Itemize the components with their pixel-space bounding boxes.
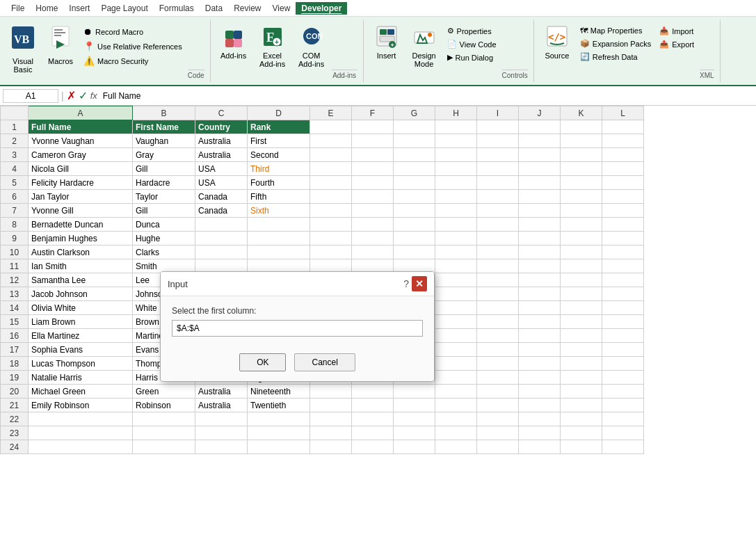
dialog-overlay: Input ? ✕ Select the first column: OK Ca… <box>0 0 756 549</box>
dialog-title: Input <box>168 279 188 289</box>
dialog-controls: ? ✕ <box>403 276 427 291</box>
dialog-close-button[interactable]: ✕ <box>412 276 427 291</box>
dialog-ok-button[interactable]: OK <box>239 353 286 371</box>
dialog-cancel-button[interactable]: Cancel <box>294 353 355 371</box>
dialog-label: Select the first column: <box>172 306 423 316</box>
dialog-body: Select the first column: <box>161 296 434 346</box>
dialog-input[interactable] <box>172 320 423 337</box>
dialog-help-icon[interactable]: ? <box>403 278 409 289</box>
dialog-footer: OK Cancel <box>161 346 434 381</box>
input-dialog: Input ? ✕ Select the first column: OK Ca… <box>160 271 435 382</box>
dialog-titlebar: Input ? ✕ <box>161 272 434 296</box>
